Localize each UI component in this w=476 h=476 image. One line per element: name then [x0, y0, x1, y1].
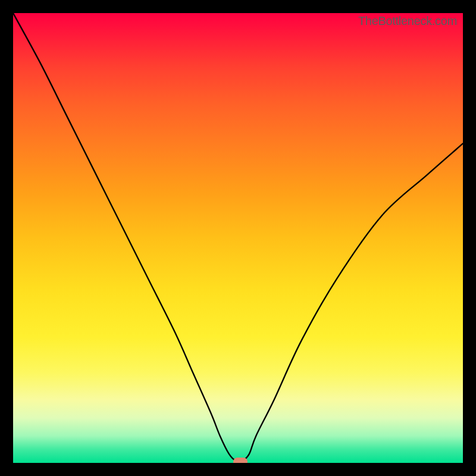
chart-container: TheBottleneck.com — [0, 0, 476, 476]
watermark-text: TheBottleneck.com — [358, 14, 457, 28]
bottleneck-curve — [13, 13, 463, 463]
plot-area: TheBottleneck.com — [13, 13, 463, 463]
optimal-point-marker — [233, 458, 248, 463]
